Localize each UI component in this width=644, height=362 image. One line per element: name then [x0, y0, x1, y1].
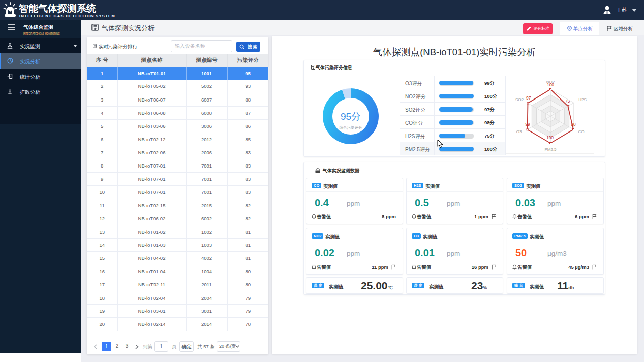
svg-text:99: 99 — [525, 122, 530, 127]
svg-text:97: 97 — [526, 95, 531, 101]
svg-text:H2S: H2S — [578, 97, 587, 102]
svg-text:98: 98 — [571, 122, 576, 127]
svg-text:75: 75 — [565, 98, 570, 104]
svg-text:CO: CO — [578, 129, 585, 134]
svg-text:100: 100 — [547, 82, 554, 87]
svg-text:O3: O3 — [516, 129, 522, 134]
svg-text:100: 100 — [546, 135, 554, 140]
svg-text:SO2: SO2 — [515, 97, 524, 102]
svg-text:PM2.5: PM2.5 — [544, 147, 557, 152]
